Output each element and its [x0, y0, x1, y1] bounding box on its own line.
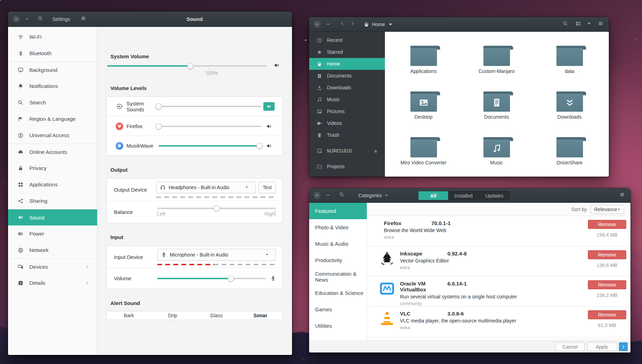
folder-item-applications[interactable]: Applications	[387, 44, 460, 90]
sidebar-item-sharing[interactable]: Sharing	[8, 193, 97, 209]
input-volume-slider[interactable]	[157, 278, 265, 279]
minimize-button[interactable]	[326, 21, 331, 28]
sidebar-item-applications[interactable]: Applications	[8, 176, 97, 193]
sidebar-item-background[interactable]: Background	[8, 61, 97, 78]
sidebar-item-online-accounts[interactable]: Online Accounts	[8, 143, 97, 160]
slider-handle[interactable]	[155, 103, 162, 110]
sidebar-item-power[interactable]: Power	[8, 225, 97, 242]
sidebar-item-projects[interactable]: Projects	[309, 161, 385, 172]
app-volume-slider[interactable]	[159, 126, 262, 127]
alert-option-sonar[interactable]: Sonar	[239, 313, 283, 318]
slider-handle[interactable]	[228, 275, 234, 282]
location-label: Home	[372, 22, 385, 27]
category-communication-news[interactable]: Communication & News	[309, 268, 367, 285]
category-featured[interactable]: Featured	[309, 203, 367, 219]
slider-handle[interactable]	[256, 143, 263, 149]
view-mode-button[interactable]	[576, 21, 581, 28]
category-photo-video[interactable]: Photo & Video	[309, 219, 367, 236]
next-page-button[interactable]	[619, 342, 628, 351]
folder-item-miro-video-converter[interactable]: Miro Video Converter	[387, 135, 460, 177]
sidebar-item-details[interactable]: Details	[8, 275, 97, 291]
alert-option-glass[interactable]: Glass	[195, 313, 239, 318]
app-menu-button[interactable]: Settings	[52, 16, 70, 22]
sidebar-item-network[interactable]: Network	[8, 242, 97, 258]
minimize-button[interactable]	[326, 192, 331, 199]
category-utilities[interactable]: Utilities	[309, 318, 367, 334]
sidebar-item-bluetooth[interactable]: Bluetooth	[8, 45, 97, 61]
category-productivity[interactable]: Productivity	[309, 252, 367, 268]
slider-handle[interactable]	[155, 123, 162, 129]
sidebar-item-starred[interactable]: Starred	[309, 46, 385, 58]
hamburger-menu-button[interactable]	[81, 16, 86, 22]
sidebar-item-recent[interactable]: Recent	[309, 34, 385, 46]
sidebar-item-home[interactable]: Home	[309, 58, 385, 70]
view-options-button[interactable]	[586, 21, 592, 28]
folder-item-data[interactable]: data	[533, 44, 606, 90]
search-button[interactable]	[563, 21, 568, 28]
remove-button[interactable]: Remove	[588, 220, 626, 229]
category-education-science[interactable]: Education & Science	[309, 285, 367, 301]
sidebar-item-universal-access[interactable]: Universal Access	[8, 127, 97, 143]
slider-handle[interactable]	[187, 63, 194, 69]
apply-button[interactable]: Apply	[587, 342, 617, 351]
folder-item-custom-manjaro[interactable]: Custom-Manjaro	[460, 44, 533, 90]
close-button[interactable]	[13, 15, 20, 23]
test-speakers-button[interactable]: Test	[258, 181, 276, 193]
close-button[interactable]	[313, 192, 321, 199]
search-button[interactable]	[38, 16, 43, 22]
sidebar-item-search[interactable]: Search	[8, 94, 97, 111]
folder-item-music[interactable]: Music	[460, 135, 533, 177]
system-volume-slider[interactable]: 100%	[107, 65, 267, 67]
remove-button[interactable]: Remove	[588, 250, 626, 259]
sort-dropdown-button[interactable]: Relevance	[591, 205, 624, 214]
cancel-button[interactable]: Cancel	[555, 342, 585, 351]
applications-icon	[17, 182, 24, 187]
output-device-dropdown[interactable]: Headphones - Built-in Audio	[156, 181, 256, 193]
folder-item-onionshare[interactable]: OnionShare	[533, 135, 606, 177]
input-device-dropdown[interactable]: Microphone - Built-in Audio	[157, 249, 276, 261]
sidebar-item-mjro1810[interactable]: MJRO1810	[309, 145, 385, 157]
folder-item-documents[interactable]: Documents	[460, 90, 533, 135]
sidebar-item-trash[interactable]: Trash	[309, 129, 385, 141]
balance-slider[interactable]: Left Right	[157, 208, 276, 217]
slider-handle[interactable]	[213, 205, 220, 211]
remove-button[interactable]: Remove	[588, 310, 626, 319]
back-button[interactable]	[340, 21, 345, 28]
category-music-audio[interactable]: Music & Audio	[309, 236, 367, 252]
sidebar-item-music[interactable]: Music	[309, 94, 385, 105]
sidebar-item-wi-fi[interactable]: Wi-Fi	[8, 29, 97, 45]
category-games[interactable]: Games	[309, 301, 367, 318]
sidebar-item-videos[interactable]: Videos	[309, 117, 385, 129]
minimize-button[interactable]	[24, 16, 30, 22]
mute-toggle-button[interactable]	[263, 102, 275, 111]
alert-option-drip[interactable]: Drip	[151, 313, 195, 318]
sidebar-item-sync[interactable]: Sync	[309, 172, 385, 177]
tab-all[interactable]: All	[418, 191, 448, 200]
sidebar-item-region-language[interactable]: Region & Language	[8, 111, 97, 127]
app-volume-slider[interactable]	[159, 106, 262, 107]
microphone-icon	[161, 252, 167, 258]
alert-option-bark[interactable]: Bark	[107, 313, 151, 318]
sidebar-item-privacy[interactable]: Privacy	[8, 160, 97, 176]
location-button[interactable]: Home	[364, 22, 393, 27]
sidebar-item-devices[interactable]: Devices	[8, 258, 97, 275]
tab-installed[interactable]: Installed	[448, 191, 479, 200]
categories-dropdown-button[interactable]: Categories	[358, 193, 388, 198]
forward-button[interactable]	[350, 21, 355, 28]
folder-item-desktop[interactable]: Desktop	[387, 90, 460, 135]
remove-button[interactable]: Remove	[588, 280, 626, 289]
eject-icon[interactable]	[373, 149, 379, 153]
pamac-content: Sort by Relevance Firefox70.0.1-1Browse …	[367, 203, 630, 341]
tab-updates[interactable]: Updates	[479, 191, 510, 200]
close-button[interactable]	[313, 21, 321, 28]
sidebar-item-downloads[interactable]: Downloads	[309, 82, 385, 94]
sidebar-item-sound[interactable]: Sound	[8, 209, 97, 225]
app-volume-slider[interactable]	[159, 145, 262, 147]
search-button[interactable]	[339, 192, 344, 199]
sidebar-item-documents[interactable]: Documents	[309, 70, 385, 82]
hamburger-menu-button[interactable]	[620, 192, 625, 199]
sidebar-item-pictures[interactable]: Pictures	[309, 105, 385, 117]
sidebar-item-notifications[interactable]: Notifications	[8, 78, 97, 94]
hamburger-menu-button[interactable]	[598, 21, 603, 28]
folder-item-downloads[interactable]: Downloads	[533, 90, 606, 135]
